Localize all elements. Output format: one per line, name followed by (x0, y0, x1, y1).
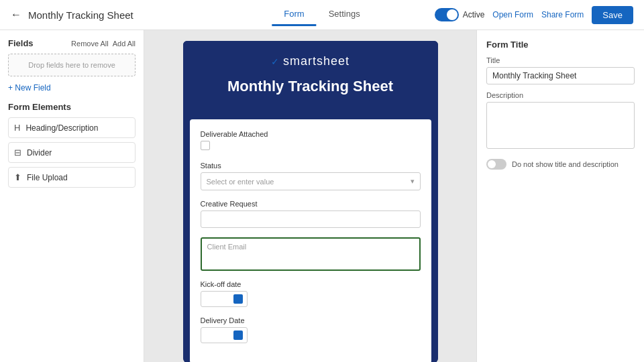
form-canvas: ✓ smartsheet Monthly Tracking Sheet Deli… (144, 30, 476, 362)
main-layout: Fields Remove All Add All Drop fields he… (0, 30, 644, 362)
field-label-creative: Creative Request (201, 200, 421, 208)
right-panel: Form Title Title Description Do not show… (476, 30, 644, 362)
panel-description-label: Description (486, 91, 635, 99)
open-form-link[interactable]: Open Form (492, 10, 533, 19)
date-input-kickoff[interactable] (201, 291, 248, 307)
element-heading-label: Heading/Description (25, 123, 98, 133)
tab-bar: Form Settings (272, 3, 372, 26)
page-title: Monthly Tracking Sheet (28, 9, 133, 21)
field-label-status: Status (201, 162, 421, 170)
form-header: ✓ smartsheet Monthly Tracking Sheet (183, 41, 438, 119)
element-file-upload[interactable]: ⬆ File Upload (8, 167, 136, 188)
field-label-deliverable: Deliverable Attached (201, 130, 421, 138)
calendar-icon-delivery (233, 330, 243, 340)
element-file-upload-label: File Upload (27, 173, 68, 182)
show-title-toggle[interactable] (486, 159, 506, 170)
share-form-link[interactable]: Share Form (541, 10, 584, 19)
active-label: Active (463, 10, 485, 19)
fields-actions: Remove All Add All (71, 40, 136, 48)
save-button[interactable]: Save (592, 6, 633, 24)
field-label-kickoff: Kick-off date (201, 280, 421, 288)
remove-all-link[interactable]: Remove All (71, 40, 109, 48)
form-elements-title: Form Elements (8, 102, 136, 112)
form-body: Deliverable Attached Status Select or en… (190, 119, 431, 362)
back-button[interactable]: ← (11, 9, 21, 21)
toggle-knob (447, 9, 458, 20)
panel-title-label: Title (486, 56, 635, 64)
field-creative-request: Creative Request (201, 200, 421, 228)
panel-section-title: Form Title (486, 40, 635, 50)
checkbox-deliverable[interactable] (201, 141, 210, 150)
tab-settings[interactable]: Settings (317, 3, 372, 26)
toggle-sm-knob (488, 160, 496, 168)
form-title-display: Monthly Tracking Sheet (227, 78, 393, 95)
select-chevron-icon: ▾ (411, 177, 415, 186)
select-status-placeholder: Select or enter value (207, 178, 274, 186)
select-status[interactable]: Select or enter value ▾ (201, 172, 421, 190)
textarea-client-email[interactable]: Client Email (201, 237, 421, 271)
field-status: Status Select or enter value ▾ (201, 162, 421, 190)
divider-icon: ⊟ (14, 147, 21, 158)
header: ← Monthly Tracking Sheet Form Settings A… (0, 0, 644, 30)
field-label-client-email: Client Email (207, 243, 247, 251)
fields-title: Fields (8, 38, 34, 48)
drop-zone[interactable]: Drop fields here to remove (8, 54, 136, 76)
logo-checkmark: ✓ (271, 56, 279, 67)
active-toggle[interactable] (435, 8, 459, 21)
active-toggle-group: Active (435, 8, 485, 21)
tab-form[interactable]: Form (272, 3, 316, 26)
smartsheet-logo: ✓ smartsheet (271, 54, 350, 68)
show-title-toggle-row: Do not show title and description (486, 159, 635, 170)
show-title-label: Do not show title and description (512, 160, 619, 168)
field-label-delivery: Delivery Date (201, 316, 421, 324)
field-client-email: Client Email (201, 237, 421, 271)
add-all-link[interactable]: Add All (113, 40, 136, 48)
form-preview: ✓ smartsheet Monthly Tracking Sheet Deli… (183, 41, 438, 362)
add-field-link[interactable]: + New Field (8, 83, 136, 93)
element-divider-label: Divider (27, 148, 52, 158)
element-heading[interactable]: H Heading/Description (8, 117, 136, 138)
element-divider[interactable]: ⊟ Divider (8, 142, 136, 163)
calendar-icon-kickoff (233, 294, 243, 304)
field-kickoff-date: Kick-off date (201, 280, 421, 307)
panel-title-input[interactable] (486, 67, 635, 84)
header-right: Active Open Form Share Form Save (435, 6, 633, 24)
input-creative-request[interactable] (201, 210, 421, 228)
date-input-delivery[interactable] (201, 327, 248, 343)
panel-description-textarea[interactable] (486, 102, 635, 149)
logo-text: smartsheet (283, 54, 350, 68)
field-deliverable-attached: Deliverable Attached (201, 130, 421, 152)
field-delivery-date: Delivery Date (201, 316, 421, 343)
left-sidebar: Fields Remove All Add All Drop fields he… (0, 30, 144, 362)
fields-section-header: Fields Remove All Add All (8, 38, 136, 48)
file-upload-icon: ⬆ (14, 172, 21, 182)
heading-icon: H (14, 123, 20, 133)
